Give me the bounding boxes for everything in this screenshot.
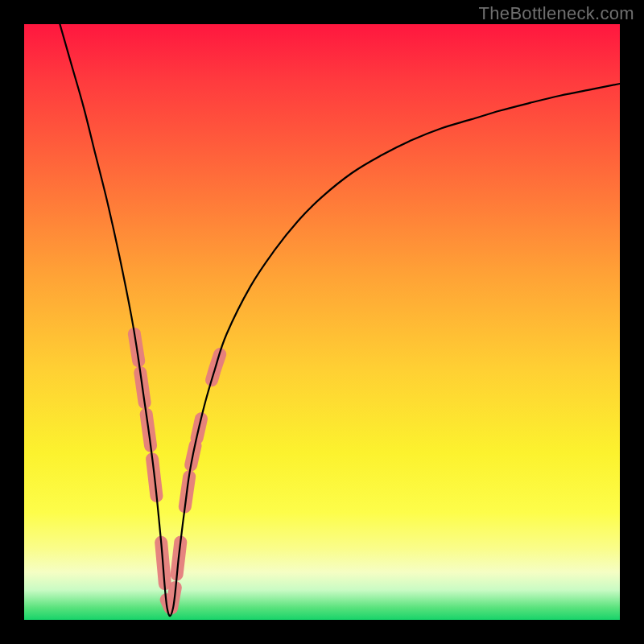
watermark-text: TheBottleneck.com <box>479 3 634 24</box>
bottleneck-curve <box>60 24 620 616</box>
curve-svg <box>24 24 620 620</box>
chart-frame: TheBottleneck.com <box>0 0 644 644</box>
plot-area <box>24 24 620 620</box>
